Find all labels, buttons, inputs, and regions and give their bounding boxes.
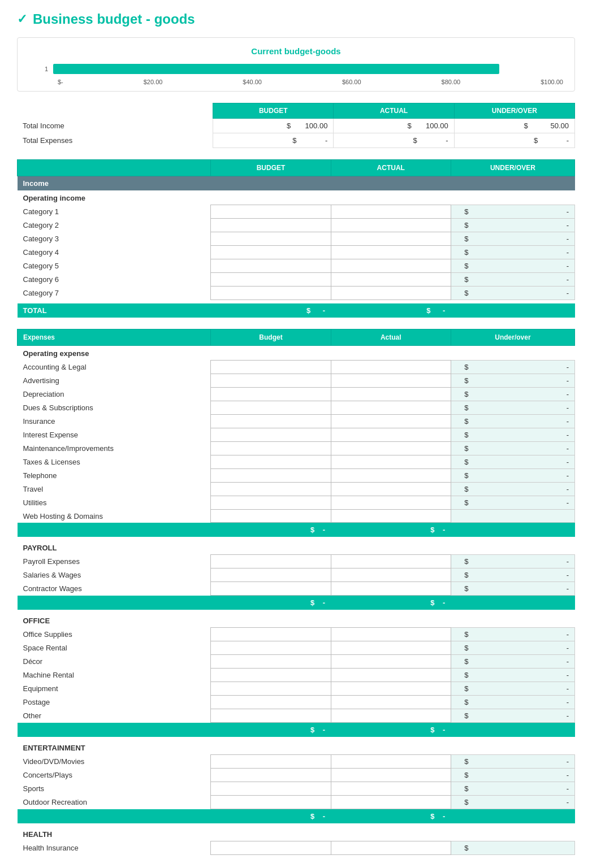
- exp-row-equipment: Equipment $ -: [18, 682, 575, 696]
- operating-subtotal-budget: $ -: [211, 523, 331, 537]
- contractor-budget[interactable]: [211, 582, 331, 596]
- travel-budget[interactable]: [211, 483, 331, 496]
- sports-budget[interactable]: [211, 782, 331, 796]
- exp-row-other: Other $ -: [18, 709, 575, 723]
- accounting-actual[interactable]: [331, 361, 451, 374]
- depreciation-uo-dollar: $: [451, 388, 474, 401]
- depreciation-budget[interactable]: [211, 388, 331, 401]
- dues-actual[interactable]: [331, 401, 451, 415]
- outdoor-budget[interactable]: [211, 796, 331, 809]
- exp-row-telephone: Telephone $ -: [18, 469, 575, 483]
- webhosting-actual[interactable]: [331, 510, 451, 523]
- postage-budget[interactable]: [211, 696, 331, 709]
- entertainment-subtotal-budget: $ -: [211, 809, 331, 824]
- equipment-budget[interactable]: [211, 682, 331, 696]
- concerts-uo-amount: -: [474, 769, 574, 782]
- summary-row-expenses: Total Expenses $ - $ - $ -: [17, 133, 575, 148]
- cat1-budget-input[interactable]: [211, 205, 331, 219]
- health-insurance-actual[interactable]: [331, 841, 451, 855]
- machine-rental-actual[interactable]: [331, 669, 451, 682]
- machine-rental-budget[interactable]: [211, 669, 331, 682]
- cat5-budget-input[interactable]: [211, 259, 331, 273]
- other-label: Other: [18, 709, 211, 723]
- summary-col-underover: UNDER/OVER: [454, 103, 574, 119]
- cat5-actual-input[interactable]: [331, 259, 451, 273]
- utilities-actual[interactable]: [331, 496, 451, 510]
- telephone-budget[interactable]: [211, 469, 331, 483]
- payroll-expenses-actual[interactable]: [331, 555, 451, 568]
- accounting-label: Accounting & Legal: [18, 361, 211, 374]
- other-budget[interactable]: [211, 709, 331, 723]
- x-label-0: $-: [58, 79, 63, 85]
- cat1-actual-input[interactable]: [331, 205, 451, 219]
- income-col-underover: UNDER/OVER: [451, 160, 574, 176]
- sports-actual[interactable]: [331, 782, 451, 796]
- salaries-budget[interactable]: [211, 568, 331, 582]
- space-rental-budget[interactable]: [211, 641, 331, 655]
- decor-actual[interactable]: [331, 655, 451, 669]
- cat3-actual-input[interactable]: [331, 232, 451, 246]
- other-actual[interactable]: [331, 709, 451, 723]
- other-uo-amount: -: [474, 709, 574, 723]
- contractor-actual[interactable]: [331, 582, 451, 596]
- office-supplies-uo-dollar: $: [451, 628, 474, 641]
- equipment-actual[interactable]: [331, 682, 451, 696]
- cat3-budget-input[interactable]: [211, 232, 331, 246]
- cat2-actual-input[interactable]: [331, 219, 451, 232]
- insurance-budget[interactable]: [211, 415, 331, 428]
- concerts-actual[interactable]: [331, 769, 451, 782]
- interest-uo-amount: -: [474, 428, 574, 442]
- insurance-actual[interactable]: [331, 415, 451, 428]
- bar-row-1: 1: [45, 63, 563, 75]
- decor-budget[interactable]: [211, 655, 331, 669]
- cat4-actual-input[interactable]: [331, 246, 451, 259]
- income-section-header: Income: [18, 176, 575, 191]
- cat4-budget-input[interactable]: [211, 246, 331, 259]
- operating-subtotal-label: [18, 523, 211, 537]
- cat2-budget-input[interactable]: [211, 219, 331, 232]
- concerts-budget[interactable]: [211, 769, 331, 782]
- exp-row-sports: Sports $ -: [18, 782, 575, 796]
- cat6-actual-input[interactable]: [331, 273, 451, 287]
- cat7-actual-input[interactable]: [331, 287, 451, 300]
- payroll-expenses-budget[interactable]: [211, 555, 331, 568]
- accounting-budget[interactable]: [211, 361, 331, 374]
- taxes-budget[interactable]: [211, 455, 331, 469]
- cat7-budget-input[interactable]: [211, 287, 331, 300]
- advertising-actual[interactable]: [331, 374, 451, 388]
- travel-uo-amount: -: [474, 483, 574, 496]
- insurance-uo-dollar: $: [451, 415, 474, 428]
- postage-uo-amount: -: [474, 696, 574, 709]
- travel-actual[interactable]: [331, 483, 451, 496]
- interest-budget[interactable]: [211, 428, 331, 442]
- salaries-actual[interactable]: [331, 568, 451, 582]
- webhosting-budget[interactable]: [211, 510, 331, 523]
- maintenance-actual[interactable]: [331, 442, 451, 455]
- advertising-budget[interactable]: [211, 374, 331, 388]
- interest-actual[interactable]: [331, 428, 451, 442]
- space-rental-actual[interactable]: [331, 641, 451, 655]
- dues-budget[interactable]: [211, 401, 331, 415]
- office-supplies-budget[interactable]: [211, 628, 331, 641]
- postage-actual[interactable]: [331, 696, 451, 709]
- office-supplies-actual[interactable]: [331, 628, 451, 641]
- cat4-label: Category 4: [18, 246, 211, 259]
- outdoor-actual[interactable]: [331, 796, 451, 809]
- health-insurance-budget[interactable]: [211, 841, 331, 855]
- x-label-5: $100.00: [541, 79, 563, 85]
- cat6-budget-input[interactable]: [211, 273, 331, 287]
- utilities-budget[interactable]: [211, 496, 331, 510]
- exp-row-travel: Travel $ -: [18, 483, 575, 496]
- video-uo-amount: -: [474, 755, 574, 769]
- maintenance-budget[interactable]: [211, 442, 331, 455]
- maintenance-label: Maintenance/Improvements: [18, 442, 211, 455]
- telephone-uo-dollar: $: [451, 469, 474, 483]
- health-insurance-uo-amount: [474, 841, 574, 855]
- taxes-actual[interactable]: [331, 455, 451, 469]
- depreciation-actual[interactable]: [331, 388, 451, 401]
- video-actual[interactable]: [331, 755, 451, 769]
- outdoor-label: Outdoor Recreation: [18, 796, 211, 809]
- video-budget[interactable]: [211, 755, 331, 769]
- telephone-actual[interactable]: [331, 469, 451, 483]
- income-total-actual: $ -: [331, 303, 451, 318]
